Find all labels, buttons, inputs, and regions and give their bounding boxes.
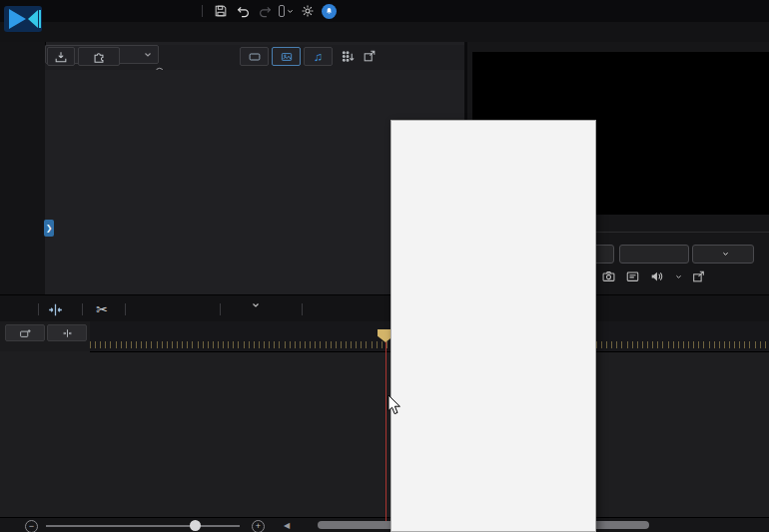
zoom-slider-handle[interactable] — [190, 520, 201, 531]
filter-video-button[interactable] — [240, 47, 269, 66]
chevron-down-icon — [675, 274, 682, 279]
aspect-ratio-value — [279, 5, 285, 17]
fit-timeline-button[interactable] — [47, 324, 87, 341]
aspect-ratio-selector[interactable] — [279, 5, 294, 17]
import-media-button[interactable] — [47, 47, 75, 66]
timeline-area: − + ◀ — [0, 321, 769, 532]
divider — [220, 303, 221, 315]
app-logo-icon — [3, 5, 43, 33]
zoom-fit-dropdown[interactable] — [692, 245, 754, 264]
undock-preview-icon[interactable] — [690, 268, 706, 284]
divider — [38, 303, 39, 315]
track-manager-button[interactable] — [5, 324, 45, 341]
timeline-bottom-bar: − + ◀ — [0, 517, 769, 532]
tools-dropdown-button[interactable] — [246, 302, 260, 308]
divider — [125, 303, 126, 315]
notification-bell-icon[interactable] — [322, 4, 337, 19]
undo-icon[interactable] — [235, 3, 251, 19]
quick-actions — [198, 0, 337, 22]
plugin-button[interactable] — [78, 47, 120, 66]
chevron-down-icon — [144, 52, 152, 58]
divider — [82, 303, 83, 315]
zoom-in-button[interactable]: + — [252, 520, 265, 532]
library-view-icon[interactable] — [341, 49, 356, 64]
filter-music-button[interactable]: ♫ — [304, 47, 333, 66]
room-sidebar — [0, 42, 46, 294]
snapshot-camera-icon[interactable] — [600, 268, 616, 284]
filter-photo-button[interactable] — [272, 47, 301, 66]
sidebar-expand-button[interactable]: ❯ — [44, 220, 54, 237]
zoom-out-button[interactable]: − — [25, 520, 38, 532]
preview-timecode[interactable] — [619, 245, 689, 264]
save-icon[interactable] — [213, 3, 229, 19]
divider — [202, 5, 203, 17]
mouse-cursor — [387, 395, 402, 416]
preview-info-icon[interactable] — [624, 268, 640, 284]
redo-icon[interactable] — [257, 3, 273, 19]
menu-bar — [0, 0, 769, 22]
divider — [302, 303, 303, 315]
volume-speaker-icon[interactable] — [648, 268, 664, 284]
music-notes-icon: ♫ — [314, 50, 323, 64]
3d-mode-button[interactable] — [672, 274, 682, 279]
zoom-slider-track[interactable] — [46, 525, 240, 527]
split-scissors-icon[interactable]: ✂ — [93, 300, 111, 318]
settings-gear-icon[interactable] — [300, 3, 316, 19]
playhead-line — [385, 339, 386, 521]
detach-library-icon[interactable] — [363, 49, 377, 63]
context-menu — [390, 120, 596, 532]
preview-controls — [600, 267, 706, 285]
timeline-corner — [0, 321, 90, 351]
scroll-left-arrow[interactable]: ◀ — [284, 521, 290, 530]
timeline-toolbar: ✂ — [0, 294, 769, 323]
trim-icon[interactable] — [46, 300, 64, 318]
chevron-down-icon — [252, 302, 260, 308]
mode-tab-bar — [0, 22, 769, 43]
chevron-down-icon — [287, 9, 294, 14]
media-toolbar: ♫ — [45, 45, 464, 71]
chevron-down-icon — [722, 252, 729, 257]
powerdirector-window: ♫ ❯ — [0, 0, 769, 532]
